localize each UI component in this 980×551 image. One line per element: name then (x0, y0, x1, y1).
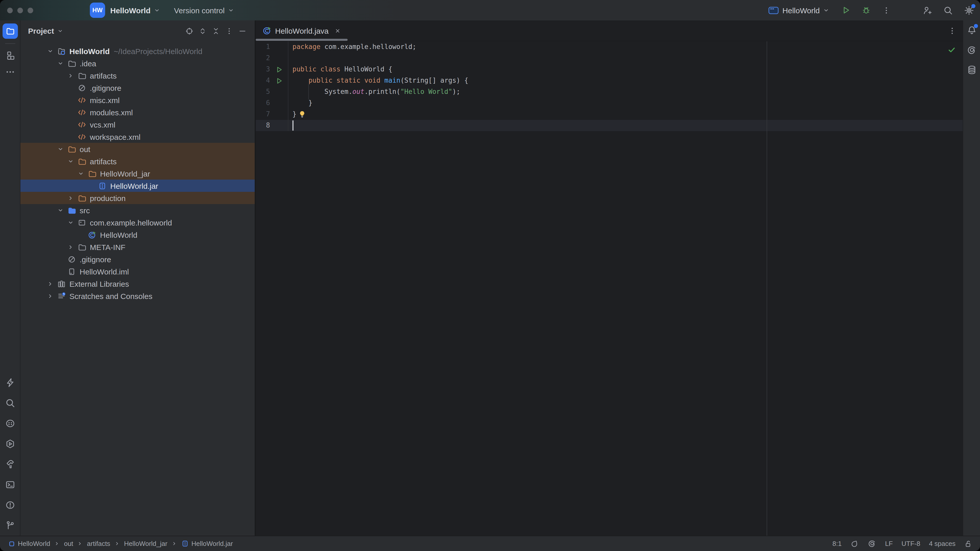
more-actions-button[interactable] (882, 6, 891, 14)
tree-chevron-icon[interactable] (76, 169, 85, 178)
tree-chevron-icon[interactable] (66, 243, 75, 251)
code-line-4[interactable]: 4 public static void main(String[] args)… (256, 75, 963, 86)
code-with-me-button[interactable] (922, 5, 932, 15)
more-tool-windows-button[interactable] (5, 67, 15, 77)
project-panel-title[interactable]: Project (28, 27, 54, 35)
tree-row-external-libraries[interactable]: External Libraries (21, 278, 255, 290)
code-line-5[interactable]: 5 System.out.println("Hello World"); (256, 86, 963, 97)
inspections-ok-icon[interactable] (947, 45, 956, 54)
tree-row-workspace-xml[interactable]: workspace.xml (21, 130, 255, 143)
tree-chevron-icon[interactable] (56, 145, 64, 153)
run-gutter-icon[interactable] (270, 64, 288, 75)
collapse-all-button[interactable] (212, 27, 220, 35)
tree-row-production[interactable]: production (21, 192, 255, 204)
line-separator-widget[interactable]: LF (885, 540, 893, 548)
tree-chevron-icon[interactable] (66, 194, 75, 202)
tree-row-com-example-helloworld[interactable]: com.example.helloworld (21, 216, 255, 229)
tree-chevron-icon[interactable] (46, 47, 54, 55)
expand-all-button[interactable] (199, 27, 207, 35)
tree-row-helloworld-jar[interactable]: HelloWorld.jar (21, 179, 255, 192)
tree-row-helloworld[interactable]: HelloWorld~/IdeaProjects/HelloWorld (21, 45, 255, 57)
bolt-tool-window-button[interactable] (5, 378, 15, 388)
run-button[interactable] (841, 6, 850, 15)
tree-row-modules-xml[interactable]: modules.xml (21, 106, 255, 118)
run-gutter-icon[interactable] (270, 75, 288, 86)
database-tool-window-button[interactable] (966, 65, 977, 75)
ai-assistant-status-icon[interactable] (868, 539, 877, 548)
no-chevron (56, 267, 64, 275)
tree-row-vcs-xml[interactable]: vcs.xml (21, 118, 255, 130)
tree-row-artifacts[interactable]: artifacts (21, 69, 255, 82)
tree-row--idea[interactable]: .idea (21, 57, 255, 69)
highlighting-level-icon[interactable] (850, 539, 859, 548)
project-tool-window-button[interactable] (2, 24, 18, 39)
search-everywhere-button[interactable] (943, 5, 953, 15)
tree-row-helloworld[interactable]: HelloWorld (21, 229, 255, 241)
project-name-menu[interactable]: HelloWorld (110, 6, 151, 14)
status-bar: HelloWorldoutartifactsHelloWorld_jarHell… (0, 536, 980, 551)
editor-tab-helloworld-java[interactable]: HelloWorld.java (256, 21, 348, 41)
panel-options-button[interactable] (225, 27, 233, 35)
terminal-tool-window-button[interactable] (5, 480, 15, 490)
editor-options-button[interactable] (948, 26, 956, 35)
writable-status-icon[interactable] (964, 540, 972, 548)
encoding-widget[interactable]: UTF-8 (901, 540, 920, 548)
close-tab-icon[interactable] (334, 27, 341, 34)
bell-tool-window-button[interactable] (966, 25, 977, 35)
notification-badge (974, 24, 978, 28)
debug-button[interactable] (862, 6, 871, 15)
zoom-window-button[interactable] (27, 7, 33, 13)
hide-panel-button[interactable] (239, 27, 247, 35)
minimize-window-button[interactable] (18, 7, 23, 13)
tree-chevron-icon[interactable] (66, 218, 75, 227)
tree-row-misc-xml[interactable]: misc.xml (21, 94, 255, 106)
code-editor[interactable]: 1package com.example.helloworld;23public… (256, 41, 963, 536)
tree-row--gitignore[interactable]: .gitignore (21, 82, 255, 94)
indent-widget[interactable]: 4 spaces (929, 540, 956, 548)
branch-tool-window-button[interactable] (5, 520, 15, 530)
tree-row-helloworld-iml[interactable]: HelloWorld.iml (21, 265, 255, 278)
tree-chevron-icon[interactable] (56, 206, 64, 214)
breadcrumb-helloworld-jar[interactable]: HelloWorld_jar (124, 540, 167, 548)
search-tool-window-button[interactable] (5, 398, 15, 408)
tree-row--gitignore[interactable]: .gitignore (21, 253, 255, 265)
close-window-button[interactable] (7, 7, 13, 13)
code-line-2[interactable]: 2 (256, 52, 963, 64)
breadcrumb-artifacts[interactable]: artifacts (87, 540, 110, 548)
dots-circle-tool-window-button[interactable] (5, 418, 15, 429)
version-control-menu[interactable]: Version control (174, 6, 224, 14)
folder-excluded-icon (67, 144, 76, 153)
breadcrumb-out[interactable]: out (64, 540, 73, 548)
tree-row-src[interactable]: src (21, 204, 255, 216)
breadcrumb-label: HelloWorld.jar (191, 540, 233, 548)
select-opened-file-button[interactable] (185, 27, 193, 35)
hammer-tool-window-button[interactable] (5, 459, 15, 469)
code-line-8[interactable]: 8 (256, 120, 963, 131)
tree-chevron-icon[interactable] (46, 279, 54, 288)
tree-chevron-icon[interactable] (56, 59, 64, 67)
breadcrumb-helloworld-jar[interactable]: HelloWorld.jar (181, 540, 233, 548)
tree-chevron-icon[interactable] (66, 71, 75, 79)
code-text: package com.example.helloworld; (288, 41, 963, 52)
tree-chevron-icon[interactable] (46, 292, 54, 300)
caret-position-widget[interactable]: 8:1 (832, 540, 842, 548)
tree-chevron-icon[interactable] (66, 157, 75, 165)
tree-row-helloworld-jar[interactable]: HelloWorld_jar (21, 167, 255, 179)
ai-tool-window-button[interactable] (966, 45, 977, 55)
tree-row-scratches-and-consoles[interactable]: Scratches and Consoles (21, 290, 255, 302)
project-badge[interactable]: HW (90, 3, 105, 18)
code-line-1[interactable]: 1package com.example.helloworld; (256, 41, 963, 52)
breadcrumb-helloworld[interactable]: HelloWorld (8, 540, 50, 548)
problems-tool-window-button[interactable] (5, 500, 15, 510)
code-line-7[interactable]: 7} (256, 109, 963, 120)
run-configuration-widget[interactable]: HelloWorld (768, 6, 830, 14)
code-line-3[interactable]: 3public class HelloWorld { (256, 64, 963, 75)
services-tool-window-button[interactable] (5, 439, 15, 449)
settings-button[interactable] (964, 5, 974, 15)
tree-row-artifacts[interactable]: artifacts (21, 155, 255, 167)
tree-row-meta-inf[interactable]: META-INF (21, 241, 255, 253)
breadcrumb-label: HelloWorld (18, 540, 50, 548)
structure-tool-window-button[interactable] (5, 51, 15, 61)
code-line-6[interactable]: 6 } (256, 97, 963, 109)
tree-row-out[interactable]: out (21, 143, 255, 155)
